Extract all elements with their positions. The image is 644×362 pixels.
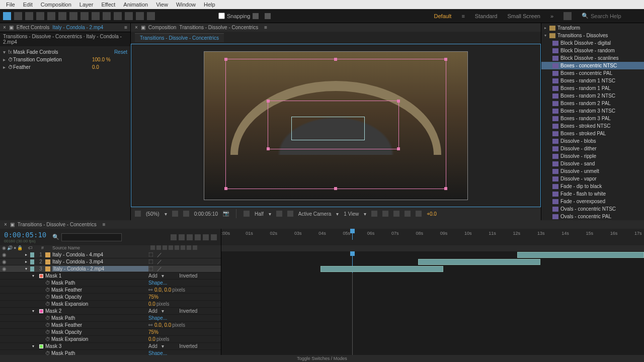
project-item[interactable]: Boxes - concentric PAL [541, 69, 644, 77]
mask-prop-value[interactable]: Shape... [148, 350, 219, 355]
layer-label-color[interactable] [30, 252, 34, 257]
timeline-search[interactable]: 🔍 [52, 233, 122, 241]
workspace-default[interactable]: Default [434, 13, 452, 19]
fx-switch-icon[interactable]: ／ [157, 251, 162, 258]
switch-icon[interactable]: ⬚ [148, 251, 153, 258]
project-item[interactable]: Block Dissolve - random [541, 47, 644, 54]
project-item[interactable]: Block Dissolve - digital [541, 39, 644, 47]
viewer-timecode[interactable]: 0:00:05:10 [194, 211, 218, 217]
resolution-dropdown[interactable]: Half [255, 211, 264, 217]
mask-row[interactable]: ▾ Mask 2 Add ▾Inverted [0, 308, 221, 315]
layer-3-bar[interactable] [320, 266, 443, 272]
menu-animation[interactable]: Animation [119, 2, 152, 8]
project-item[interactable]: Boxes - random 2 PAL [541, 100, 644, 107]
project-item[interactable]: Boxes - random 2 NTSC [541, 92, 644, 100]
snap-options-icon[interactable] [253, 13, 259, 19]
menu-layer[interactable]: Layer [75, 2, 98, 8]
timeline-timecode[interactable]: 0:00:05:10 [4, 231, 46, 239]
graph-editor-icon[interactable] [211, 234, 217, 240]
rotate-tool-icon[interactable] [47, 12, 55, 20]
stopwatch-icon[interactable]: ⏱ [45, 322, 51, 328]
stopwatch-icon[interactable]: ⏱ [8, 64, 13, 70]
layer-label-color[interactable] [30, 259, 34, 264]
keyframe-marker[interactable] [352, 301, 353, 308]
timeline-icon[interactable] [393, 211, 399, 217]
ruler-playhead[interactable] [352, 229, 353, 240]
timeline-tab[interactable]: Transitions - Dissolve - Concentrics [18, 222, 97, 227]
keyframe-marker[interactable] [352, 294, 353, 301]
zoom-level[interactable]: (50%) [146, 211, 159, 217]
project-item[interactable]: Dissolve - blobs [541, 137, 644, 145]
layer-2-bar[interactable] [418, 259, 541, 265]
comp-tab[interactable]: Transitions - Dissolve - Concentrics [135, 33, 224, 42]
mask-color-swatch[interactable] [39, 344, 43, 348]
stopwatch-icon[interactable]: ⏱ [45, 336, 51, 342]
shy-icon[interactable] [187, 234, 193, 240]
panel-close-icon[interactable]: × [3, 25, 6, 30]
mask-prop-value[interactable]: 0.0pixels [148, 336, 219, 342]
zoom-tool-icon[interactable] [25, 12, 33, 20]
mask-prop-value[interactable]: Shape... [148, 315, 219, 321]
mask-row[interactable]: ▾ Mask 3 Add ▾Inverted [0, 343, 221, 350]
mask-inverted-label[interactable]: Inverted [179, 273, 197, 279]
transparency-icon[interactable] [287, 211, 293, 217]
mask-toggle-icon[interactable] [183, 211, 189, 217]
stopwatch-icon[interactable]: ⏱ [45, 280, 51, 286]
snap-grid-icon[interactable] [265, 13, 271, 19]
project-item[interactable]: Fade - overexposed [541, 198, 644, 205]
fx-switch-icon[interactable]: ／ [157, 258, 162, 265]
magnification-icon[interactable] [135, 211, 141, 217]
text-tool-icon[interactable] [92, 12, 100, 20]
project-item[interactable]: Boxes - stroked NTSC [541, 122, 644, 130]
draft-3d-icon[interactable] [179, 234, 185, 240]
stopwatch-icon[interactable]: ⏱ [45, 350, 51, 355]
mask-3-outline[interactable] [291, 117, 365, 140]
layer-label-color[interactable] [30, 266, 34, 272]
switch-icon[interactable]: ⬚ [148, 265, 153, 273]
fx-badge-icon[interactable]: fx [8, 49, 13, 55]
effect-name[interactable]: Mask Fade Controls [13, 49, 114, 55]
panel-lock-icon[interactable]: ▣ [141, 25, 145, 30]
project-item[interactable]: Boxes - random 1 NTSC [541, 77, 644, 84]
switch-icon[interactable]: ⬚ [148, 258, 153, 265]
mask-name[interactable]: Mask 3 [45, 343, 148, 349]
timeline-ruler[interactable]: :00s01s02s03s04s05s06s07s08s09s10s11s12s… [221, 229, 644, 240]
workspace-standard[interactable]: Standard [475, 13, 498, 19]
layer-row[interactable]: ◉ ▾ 3 Italy - Condola - 2.mp4 ⬚／ [0, 265, 221, 273]
mask-row[interactable]: ▾ Mask 1 Add ▾Inverted [0, 273, 221, 280]
mask-name[interactable]: Mask 2 [45, 308, 148, 314]
grid-icon[interactable] [172, 211, 178, 217]
panel-menu-icon[interactable]: ≡ [264, 25, 267, 30]
visibility-toggle[interactable]: ◉ [2, 252, 7, 257]
effect-controls-layer-tab[interactable]: Italy - Condola - 2.mp4 [52, 25, 103, 30]
project-item[interactable]: Boxes - random 1 PAL [541, 84, 644, 92]
brush-tool-icon[interactable] [103, 12, 111, 20]
mask-mode-dropdown[interactable]: Add ▾ [148, 343, 164, 349]
collapse-arrow-icon[interactable]: ▾ [3, 49, 8, 55]
prop-feather-value[interactable]: 0.0 [92, 64, 127, 70]
menu-window[interactable]: Window [172, 2, 200, 8]
project-folder[interactable]: ▾Transitions - Dissolves [541, 32, 644, 39]
anchor-tool-icon[interactable] [58, 12, 66, 20]
mask-prop-value[interactable]: ⚯0.0, 0.0pixels [148, 322, 219, 328]
viewer-canvas[interactable] [204, 51, 468, 200]
keyframe-marker[interactable] [352, 350, 353, 355]
project-item[interactable]: Boxes - random 3 NTSC [541, 107, 644, 115]
menu-file[interactable]: File [2, 2, 19, 8]
layer-row[interactable]: ◉ ▸ 1 Italy - Condola - 4.mp4 ⬚／ [0, 251, 221, 258]
prop-arrow-icon[interactable]: ▸ [3, 64, 8, 70]
project-item[interactable]: Ovals - concentric PAL [541, 213, 644, 220]
snapshot-icon[interactable]: 📷 [223, 211, 229, 217]
project-item[interactable]: Fade - flash to white [541, 190, 644, 198]
keyframe-marker[interactable] [352, 315, 353, 322]
link-icon[interactable]: ⚯ [148, 322, 152, 328]
keyframe-marker[interactable] [352, 287, 353, 294]
workspace-menu-icon[interactable]: ≡ [461, 13, 464, 19]
zoom-dropdown-icon[interactable]: ▾ [165, 211, 167, 217]
mask-color-swatch[interactable] [39, 274, 43, 278]
hand-tool-icon[interactable] [14, 12, 22, 20]
view-dropdown-icon[interactable]: ▾ [364, 211, 366, 217]
panel-lock-icon[interactable]: ▣ [10, 222, 15, 227]
menu-view[interactable]: View [152, 2, 172, 8]
stopwatch-icon[interactable]: ⏱ [45, 287, 51, 293]
